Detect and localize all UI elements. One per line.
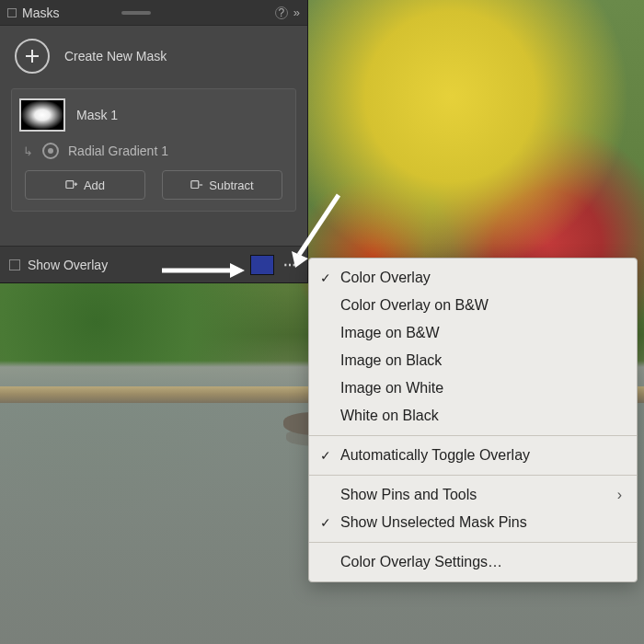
show-overlay-label[interactable]: Show Overlay	[28, 258, 108, 272]
overlay-context-menu: Color Overlay Color Overlay on B&W Image…	[308, 258, 638, 582]
show-overlay-checkbox[interactable]	[9, 259, 20, 270]
panel-collapse-icon[interactable]	[7, 8, 17, 17]
menu-item-color-overlay[interactable]: Color Overlay	[309, 264, 637, 292]
menu-item-overlay-settings[interactable]: Color Overlay Settings…	[309, 548, 637, 576]
masks-panel: Masks ? » Create New Mask Mask 1 ↳ Radia…	[0, 0, 308, 283]
mask-component-label: Radial Gradient 1	[68, 144, 168, 158]
menu-item-show-pins[interactable]: Show Pins and Tools›	[309, 481, 637, 509]
menu-item-auto-toggle[interactable]: Automatically Toggle Overlay	[309, 442, 637, 469]
overlay-menu-button[interactable]: ⋯	[283, 258, 298, 272]
radial-gradient-icon	[42, 143, 59, 159]
svg-rect-1	[191, 181, 199, 189]
menu-item-show-unselected[interactable]: Show Unselected Mask Pins	[309, 509, 637, 536]
menu-item-color-overlay-bw[interactable]: Color Overlay on B&W	[309, 292, 637, 319]
add-button-label: Add	[84, 178, 105, 192]
overlay-color-swatch[interactable]	[250, 255, 274, 275]
panel-titlebar[interactable]: Masks ? »	[0, 0, 307, 26]
panel-grip-icon[interactable]	[121, 11, 151, 15]
help-icon[interactable]: ?	[275, 6, 288, 19]
subtract-button[interactable]: Subtract	[162, 170, 282, 200]
indent-arrow-icon: ↳	[23, 144, 33, 158]
panel-footer: Show Overlay ⋯	[0, 246, 307, 282]
menu-item-image-black[interactable]: Image on Black	[309, 347, 637, 374]
submenu-chevron-icon: ›	[617, 487, 622, 503]
add-mask-icon	[65, 178, 78, 191]
create-mask-plus-button[interactable]	[15, 39, 50, 74]
menu-separator	[309, 435, 637, 436]
mask-header-row[interactable]: Mask 1	[19, 98, 288, 132]
expand-icon[interactable]: »	[293, 6, 300, 19]
menu-item-image-white[interactable]: Image on White	[309, 374, 637, 402]
menu-item-image-bw[interactable]: Image on B&W	[309, 319, 637, 347]
menu-separator	[309, 542, 637, 543]
mask-card[interactable]: Mask 1 ↳ Radial Gradient 1 Add Subtract	[11, 88, 296, 212]
subtract-button-label: Subtract	[209, 178, 253, 192]
mask-name: Mask 1	[76, 108, 118, 122]
create-mask-label: Create New Mask	[64, 49, 167, 63]
create-mask-row[interactable]: Create New Mask	[0, 26, 307, 83]
mask-thumbnail[interactable]	[19, 98, 65, 132]
panel-title-text: Masks	[22, 6, 59, 20]
svg-rect-0	[66, 181, 74, 189]
menu-separator	[309, 475, 637, 476]
menu-item-white-black[interactable]: White on Black	[309, 402, 637, 430]
add-button[interactable]: Add	[25, 170, 145, 200]
panel-body: Create New Mask Mask 1 ↳ Radial Gradient…	[0, 26, 307, 246]
mask-component-row[interactable]: ↳ Radial Gradient 1	[19, 143, 288, 159]
subtract-mask-icon	[190, 178, 203, 191]
plus-icon	[25, 49, 40, 63]
